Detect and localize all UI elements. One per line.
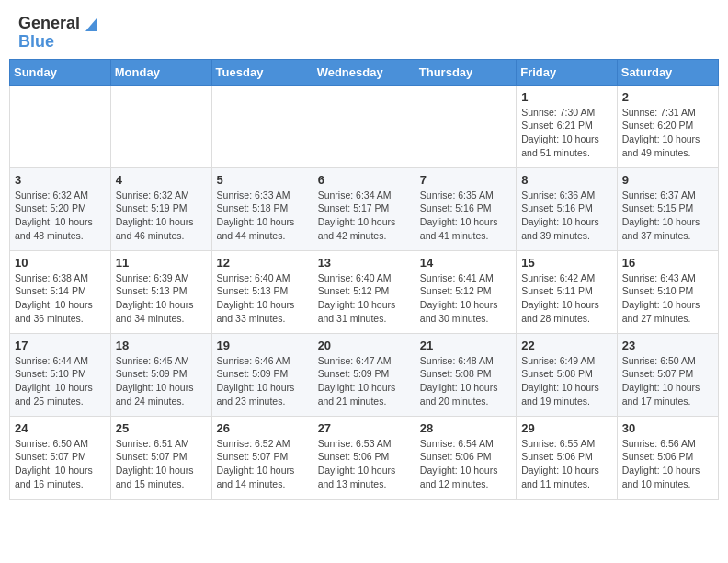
weekday-header-tuesday: Tuesday bbox=[211, 59, 313, 85]
day-info: Sunrise: 7:30 AM Sunset: 6:21 PM Dayligh… bbox=[521, 106, 612, 160]
day-number: 8 bbox=[521, 173, 612, 187]
calendar-cell: 3Sunrise: 6:32 AM Sunset: 5:20 PM Daylig… bbox=[10, 167, 111, 250]
day-info: Sunrise: 6:34 AM Sunset: 5:17 PM Dayligh… bbox=[318, 189, 410, 243]
calendar-cell: 21Sunrise: 6:48 AM Sunset: 5:08 PM Dayli… bbox=[415, 333, 516, 416]
day-info: Sunrise: 6:35 AM Sunset: 5:16 PM Dayligh… bbox=[420, 189, 511, 243]
day-number: 11 bbox=[116, 256, 207, 270]
day-info: Sunrise: 6:39 AM Sunset: 5:13 PM Dayligh… bbox=[116, 271, 207, 326]
day-number: 30 bbox=[622, 421, 713, 435]
weekday-header-friday: Friday bbox=[517, 59, 618, 85]
calendar-cell bbox=[313, 85, 415, 167]
logo-triangle-icon bbox=[82, 15, 100, 33]
day-info: Sunrise: 6:32 AM Sunset: 5:19 PM Dayligh… bbox=[116, 189, 207, 243]
calendar-week-row: 17Sunrise: 6:44 AM Sunset: 5:10 PM Dayli… bbox=[10, 333, 719, 416]
day-number: 23 bbox=[622, 339, 713, 352]
day-info: Sunrise: 6:56 AM Sunset: 5:06 PM Dayligh… bbox=[622, 437, 713, 491]
day-info: Sunrise: 6:52 AM Sunset: 5:07 PM Dayligh… bbox=[217, 437, 308, 491]
calendar-cell bbox=[110, 85, 211, 167]
calendar-cell bbox=[211, 85, 313, 167]
calendar-cell: 19Sunrise: 6:46 AM Sunset: 5:09 PM Dayli… bbox=[211, 333, 313, 416]
day-info: Sunrise: 6:37 AM Sunset: 5:15 PM Dayligh… bbox=[622, 189, 713, 243]
day-info: Sunrise: 6:46 AM Sunset: 5:09 PM Dayligh… bbox=[217, 354, 308, 408]
calendar-cell: 12Sunrise: 6:40 AM Sunset: 5:13 PM Dayli… bbox=[211, 250, 313, 333]
calendar-cell: 2Sunrise: 7:31 AM Sunset: 6:20 PM Daylig… bbox=[617, 85, 718, 167]
day-info: Sunrise: 6:50 AM Sunset: 5:07 PM Dayligh… bbox=[15, 437, 106, 491]
weekday-header-monday: Monday bbox=[110, 59, 211, 85]
calendar: SundayMondayTuesdayWednesdayThursdayFrid… bbox=[0, 59, 728, 509]
day-number: 7 bbox=[420, 173, 511, 187]
calendar-cell: 25Sunrise: 6:51 AM Sunset: 5:07 PM Dayli… bbox=[110, 416, 211, 499]
calendar-cell: 28Sunrise: 6:54 AM Sunset: 5:06 PM Dayli… bbox=[415, 416, 516, 499]
day-info: Sunrise: 6:51 AM Sunset: 5:07 PM Dayligh… bbox=[116, 437, 207, 491]
weekday-header-thursday: Thursday bbox=[415, 59, 516, 85]
day-info: Sunrise: 6:45 AM Sunset: 5:09 PM Dayligh… bbox=[116, 354, 207, 408]
day-info: Sunrise: 6:32 AM Sunset: 5:20 PM Dayligh… bbox=[15, 189, 106, 243]
day-number: 19 bbox=[217, 339, 308, 352]
calendar-cell bbox=[10, 85, 111, 167]
day-number: 14 bbox=[420, 256, 511, 270]
calendar-cell: 23Sunrise: 6:50 AM Sunset: 5:07 PM Dayli… bbox=[617, 333, 718, 416]
day-number: 22 bbox=[521, 339, 612, 352]
day-info: Sunrise: 6:40 AM Sunset: 5:13 PM Dayligh… bbox=[217, 271, 308, 326]
logo-text-general: General bbox=[18, 15, 80, 33]
calendar-cell: 1Sunrise: 7:30 AM Sunset: 6:21 PM Daylig… bbox=[517, 85, 618, 167]
day-info: Sunrise: 6:38 AM Sunset: 5:14 PM Dayligh… bbox=[15, 271, 106, 326]
calendar-cell: 10Sunrise: 6:38 AM Sunset: 5:14 PM Dayli… bbox=[10, 250, 111, 333]
day-number: 26 bbox=[217, 421, 308, 435]
calendar-cell: 20Sunrise: 6:47 AM Sunset: 5:09 PM Dayli… bbox=[313, 333, 415, 416]
calendar-cell: 24Sunrise: 6:50 AM Sunset: 5:07 PM Dayli… bbox=[10, 416, 111, 499]
day-info: Sunrise: 6:43 AM Sunset: 5:10 PM Dayligh… bbox=[622, 271, 713, 326]
day-info: Sunrise: 6:48 AM Sunset: 5:08 PM Dayligh… bbox=[420, 354, 511, 408]
day-number: 9 bbox=[622, 173, 713, 187]
calendar-week-row: 10Sunrise: 6:38 AM Sunset: 5:14 PM Dayli… bbox=[10, 250, 719, 333]
day-number: 24 bbox=[15, 421, 106, 435]
calendar-cell: 30Sunrise: 6:56 AM Sunset: 5:06 PM Dayli… bbox=[617, 416, 718, 499]
day-info: Sunrise: 6:36 AM Sunset: 5:16 PM Dayligh… bbox=[521, 189, 612, 243]
day-number: 12 bbox=[217, 256, 308, 270]
calendar-cell: 11Sunrise: 6:39 AM Sunset: 5:13 PM Dayli… bbox=[110, 250, 211, 333]
day-info: Sunrise: 6:54 AM Sunset: 5:06 PM Dayligh… bbox=[420, 437, 511, 491]
calendar-week-row: 1Sunrise: 7:30 AM Sunset: 6:21 PM Daylig… bbox=[10, 85, 719, 167]
calendar-cell: 17Sunrise: 6:44 AM Sunset: 5:10 PM Dayli… bbox=[10, 333, 111, 416]
day-number: 17 bbox=[15, 339, 106, 352]
day-number: 25 bbox=[116, 421, 207, 435]
day-number: 10 bbox=[15, 256, 106, 270]
day-info: Sunrise: 6:44 AM Sunset: 5:10 PM Dayligh… bbox=[15, 354, 106, 408]
day-number: 21 bbox=[420, 339, 511, 352]
weekday-header-wednesday: Wednesday bbox=[313, 59, 415, 85]
weekday-header-sunday: Sunday bbox=[10, 59, 111, 85]
page-header: General Blue bbox=[0, 0, 728, 59]
day-info: Sunrise: 6:41 AM Sunset: 5:12 PM Dayligh… bbox=[420, 271, 511, 326]
calendar-cell: 22Sunrise: 6:49 AM Sunset: 5:08 PM Dayli… bbox=[517, 333, 618, 416]
day-number: 28 bbox=[420, 421, 511, 435]
day-info: Sunrise: 6:55 AM Sunset: 5:06 PM Dayligh… bbox=[521, 437, 612, 491]
day-number: 15 bbox=[521, 256, 612, 270]
day-number: 27 bbox=[318, 421, 410, 435]
calendar-week-row: 3Sunrise: 6:32 AM Sunset: 5:20 PM Daylig… bbox=[10, 167, 719, 250]
day-info: Sunrise: 6:40 AM Sunset: 5:12 PM Dayligh… bbox=[318, 271, 410, 326]
day-info: Sunrise: 7:31 AM Sunset: 6:20 PM Dayligh… bbox=[622, 106, 713, 160]
day-number: 16 bbox=[622, 256, 713, 270]
calendar-cell: 27Sunrise: 6:53 AM Sunset: 5:06 PM Dayli… bbox=[313, 416, 415, 499]
calendar-header: SundayMondayTuesdayWednesdayThursdayFrid… bbox=[10, 59, 719, 85]
day-info: Sunrise: 6:50 AM Sunset: 5:07 PM Dayligh… bbox=[622, 354, 713, 408]
calendar-cell: 29Sunrise: 6:55 AM Sunset: 5:06 PM Dayli… bbox=[517, 416, 618, 499]
calendar-cell bbox=[415, 85, 516, 167]
calendar-table: SundayMondayTuesdayWednesdayThursdayFrid… bbox=[9, 59, 719, 500]
calendar-cell: 13Sunrise: 6:40 AM Sunset: 5:12 PM Dayli… bbox=[313, 250, 415, 333]
day-info: Sunrise: 6:53 AM Sunset: 5:06 PM Dayligh… bbox=[318, 437, 410, 491]
day-number: 4 bbox=[116, 173, 207, 187]
day-info: Sunrise: 6:49 AM Sunset: 5:08 PM Dayligh… bbox=[521, 354, 612, 408]
day-info: Sunrise: 6:42 AM Sunset: 5:11 PM Dayligh… bbox=[521, 271, 612, 326]
day-number: 18 bbox=[116, 339, 207, 352]
calendar-cell: 15Sunrise: 6:42 AM Sunset: 5:11 PM Dayli… bbox=[517, 250, 618, 333]
day-number: 13 bbox=[318, 256, 410, 270]
calendar-cell: 4Sunrise: 6:32 AM Sunset: 5:19 PM Daylig… bbox=[110, 167, 211, 250]
calendar-cell: 9Sunrise: 6:37 AM Sunset: 5:15 PM Daylig… bbox=[617, 167, 718, 250]
calendar-week-row: 24Sunrise: 6:50 AM Sunset: 5:07 PM Dayli… bbox=[10, 416, 719, 499]
day-number: 2 bbox=[622, 90, 713, 104]
calendar-cell: 5Sunrise: 6:33 AM Sunset: 5:18 PM Daylig… bbox=[211, 167, 313, 250]
day-number: 1 bbox=[521, 90, 612, 104]
day-info: Sunrise: 6:33 AM Sunset: 5:18 PM Dayligh… bbox=[217, 189, 308, 243]
svg-marker-0 bbox=[85, 18, 97, 31]
